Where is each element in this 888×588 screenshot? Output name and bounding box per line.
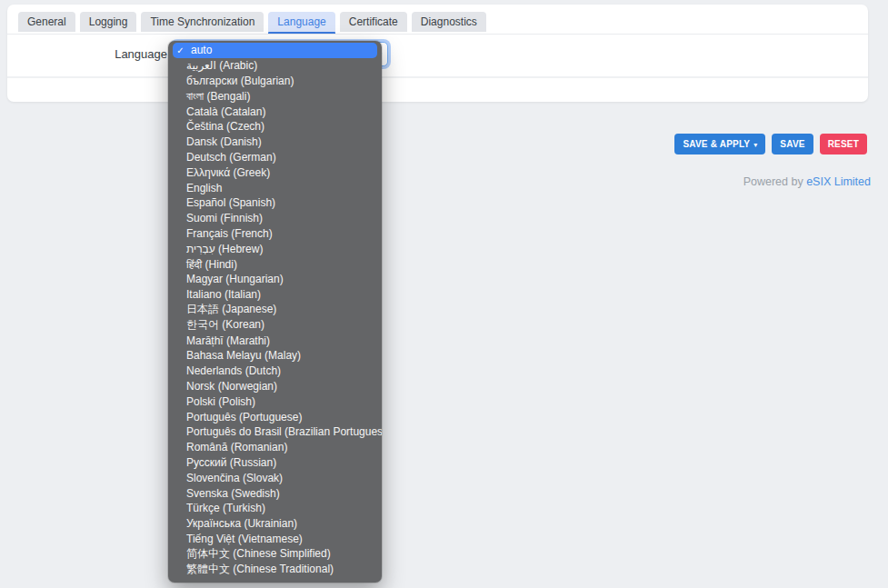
dropdown-option-label: 한국어 (Korean) bbox=[186, 317, 264, 333]
dropdown-option-label: हिंदी (Hindi) bbox=[186, 258, 237, 271]
dropdown-option[interactable]: Svenska (Swedish) bbox=[168, 485, 382, 501]
dropdown-option-label: Українська (Ukrainian) bbox=[186, 517, 297, 530]
settings-page: GeneralLoggingTime SynchronizationLangua… bbox=[0, 0, 888, 588]
reset-button[interactable]: RESET bbox=[820, 134, 867, 154]
dropdown-option[interactable]: العربية (Arabic) bbox=[168, 58, 382, 74]
action-button-row: SAVE & APPLY▾ SAVE RESET bbox=[674, 134, 867, 154]
language-field-label: Language bbox=[7, 42, 167, 66]
tab-bar: GeneralLoggingTime SynchronizationLangua… bbox=[18, 12, 486, 32]
dropdown-option[interactable]: 日本語 (Japanese) bbox=[168, 303, 382, 318]
dropdown-option-label: Dansk (Danish) bbox=[186, 135, 262, 148]
dropdown-option-label: Русский (Russian) bbox=[186, 456, 276, 469]
dropdown-option-label: Polski (Polish) bbox=[186, 395, 255, 408]
dropdown-option-label: Marāṭhī (Marathi) bbox=[186, 334, 270, 347]
dropdown-option-label: Magyar (Hungarian) bbox=[186, 273, 284, 285]
dropdown-option-label: Suomi (Finnish) bbox=[186, 212, 263, 224]
dropdown-option-label: български (Bulgarian) bbox=[186, 75, 294, 87]
dropdown-option[interactable]: Suomi (Finnish) bbox=[168, 211, 382, 226]
dropdown-option[interactable]: বাংলা (Bengali) bbox=[168, 88, 382, 104]
dropdown-option[interactable]: Русский (Russian) bbox=[168, 455, 382, 471]
dropdown-option[interactable]: Català (Catalan) bbox=[168, 104, 382, 119]
dropdown-option-label: Português (Portuguese) bbox=[186, 411, 302, 424]
dropdown-option[interactable]: עִבְרִית (Hebrew) bbox=[168, 241, 382, 256]
dropdown-option[interactable]: Slovenčina (Slovak) bbox=[168, 470, 382, 485]
dropdown-option-label: English bbox=[186, 182, 222, 194]
dropdown-option[interactable]: Dansk (Danish) bbox=[168, 135, 382, 150]
save-apply-label: SAVE & APPLY bbox=[683, 139, 750, 149]
dropdown-option-label: Nederlands (Dutch) bbox=[186, 364, 281, 377]
dropdown-option[interactable]: Français (French) bbox=[168, 226, 382, 242]
dropdown-option-label: Norsk (Norwegian) bbox=[186, 380, 277, 393]
dropdown-option-label: Português do Brasil (Brazilian Portugues… bbox=[186, 425, 382, 438]
dropdown-option[interactable]: Nederlands (Dutch) bbox=[168, 364, 382, 379]
caret-down-icon: ▾ bbox=[753, 141, 757, 149]
dropdown-option-label: Bahasa Melayu (Malay) bbox=[186, 349, 301, 362]
dropdown-option[interactable]: Ελληνικά (Greek) bbox=[168, 164, 382, 180]
settings-card: GeneralLoggingTime SynchronizationLangua… bbox=[7, 5, 868, 102]
dropdown-option-label: Italiano (Italian) bbox=[186, 288, 261, 301]
dropdown-option-label: 简体中文 (Chinese Simplified) bbox=[186, 546, 331, 562]
dropdown-option[interactable]: Čeština (Czech) bbox=[168, 119, 382, 135]
dropdown-option[interactable]: Bahasa Melayu (Malay) bbox=[168, 348, 382, 364]
dropdown-option-label: Română (Romanian) bbox=[186, 441, 287, 453]
brand-link[interactable]: eSIX Limited bbox=[806, 175, 871, 188]
language-dropdown-menu: ✓autoالعربية (Arabic)български (Bulgaria… bbox=[168, 41, 382, 583]
tab-logging[interactable]: Logging bbox=[80, 12, 137, 32]
dropdown-option[interactable]: Marāṭhī (Marathi) bbox=[168, 333, 382, 348]
dropdown-option-label: Français (French) bbox=[186, 227, 273, 240]
tab-general[interactable]: General bbox=[18, 12, 75, 32]
dropdown-option-label: auto bbox=[191, 44, 212, 56]
dropdown-option[interactable]: Polski (Polish) bbox=[168, 394, 382, 409]
dropdown-option[interactable]: Português do Brasil (Brazilian Portugues… bbox=[168, 424, 382, 440]
dropdown-option[interactable]: български (Bulgarian) bbox=[168, 74, 382, 89]
dropdown-option[interactable]: Español (Spanish) bbox=[168, 195, 382, 211]
save-button[interactable]: SAVE bbox=[772, 134, 813, 154]
dropdown-option[interactable]: 繁體中文 (Chinese Traditional) bbox=[168, 562, 382, 577]
dropdown-option-label: Türkçe (Turkish) bbox=[186, 502, 265, 514]
powered-by-line: Powered by eSIX Limited bbox=[743, 175, 871, 188]
dropdown-option[interactable]: Italiano (Italian) bbox=[168, 287, 382, 303]
dropdown-option[interactable]: 简体中文 (Chinese Simplified) bbox=[168, 546, 382, 562]
dropdown-option[interactable]: English bbox=[168, 180, 382, 195]
tab-certificate[interactable]: Certificate bbox=[340, 12, 407, 32]
tab-divider bbox=[7, 34, 868, 35]
dropdown-option-label: Slovenčina (Slovak) bbox=[186, 472, 283, 484]
dropdown-option[interactable]: Magyar (Hungarian) bbox=[168, 272, 382, 287]
dropdown-option-label: Español (Spanish) bbox=[186, 196, 275, 209]
dropdown-option[interactable]: ✓auto bbox=[173, 43, 377, 58]
dropdown-option[interactable]: 한국어 (Korean) bbox=[168, 317, 382, 333]
dropdown-option[interactable]: Norsk (Norwegian) bbox=[168, 379, 382, 394]
dropdown-option-label: 繁體中文 (Chinese Traditional) bbox=[186, 562, 334, 577]
dropdown-option-label: Svenska (Swedish) bbox=[186, 487, 280, 500]
dropdown-option-label: Ελληνικά (Greek) bbox=[186, 166, 270, 179]
section-divider bbox=[7, 76, 868, 78]
dropdown-option[interactable]: Türkçe (Turkish) bbox=[168, 501, 382, 516]
tab-language[interactable]: Language bbox=[268, 12, 334, 32]
dropdown-option[interactable]: Українська (Ukrainian) bbox=[168, 516, 382, 532]
dropdown-option[interactable]: Română (Romanian) bbox=[168, 440, 382, 455]
dropdown-option[interactable]: हिंदी (Hindi) bbox=[168, 256, 382, 272]
dropdown-option-label: Tiếng Việt (Vietnamese) bbox=[186, 533, 303, 545]
dropdown-option-label: Deutsch (German) bbox=[186, 151, 276, 164]
dropdown-option-label: Čeština (Czech) bbox=[186, 120, 264, 133]
tab-time-synchronization[interactable]: Time Synchronization bbox=[141, 12, 264, 32]
dropdown-option-label: Català (Catalan) bbox=[186, 105, 265, 118]
tab-diagnostics[interactable]: Diagnostics bbox=[412, 12, 486, 32]
checkmark-icon: ✓ bbox=[175, 45, 186, 55]
dropdown-option-label: עִבְרִית (Hebrew) bbox=[186, 243, 263, 255]
powered-by-text: Powered by bbox=[743, 175, 803, 188]
dropdown-option[interactable]: Português (Portuguese) bbox=[168, 409, 382, 424]
save-apply-button[interactable]: SAVE & APPLY▾ bbox=[674, 134, 765, 154]
dropdown-option[interactable]: Deutsch (German) bbox=[168, 150, 382, 165]
dropdown-option-label: العربية (Arabic) bbox=[186, 59, 257, 72]
dropdown-option-label: 日本語 (Japanese) bbox=[186, 303, 276, 318]
dropdown-option-label: বাংলা (Bengali) bbox=[186, 90, 250, 103]
dropdown-option[interactable]: Tiếng Việt (Vietnamese) bbox=[168, 532, 382, 547]
